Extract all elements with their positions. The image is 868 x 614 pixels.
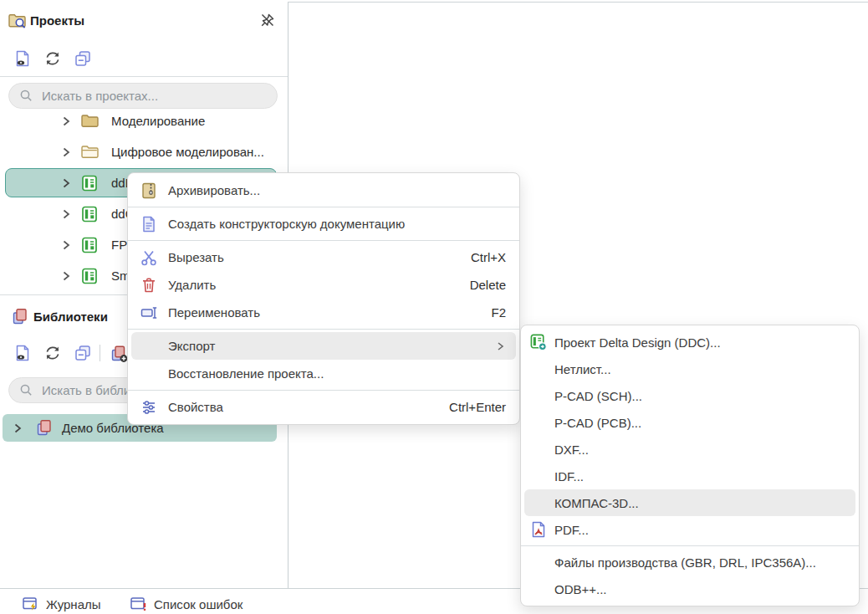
- empty-icon-slot: [529, 494, 548, 512]
- empty-icon-slot: [529, 440, 548, 458]
- document-icon: [140, 215, 158, 233]
- libraries-panel-title: Библиотеки: [33, 310, 108, 324]
- toolbar-separator: [100, 345, 100, 361]
- project-icon: [80, 267, 99, 289]
- menu-item-restore-project[interactable]: Восстановление проекта...: [131, 360, 516, 387]
- menu-separator: [128, 207, 519, 207]
- ddc-project-export-icon: [529, 333, 548, 351]
- menu-item-properties[interactable]: Свойства Ctrl+Enter: [131, 393, 516, 421]
- empty-icon-slot: [529, 553, 548, 571]
- libraries-panel-icon: [10, 306, 30, 326]
- menu-shortcut: Ctrl+Enter: [429, 400, 506, 414]
- menu-separator: [128, 240, 519, 241]
- submenu-item-dxf[interactable]: DXF...: [524, 436, 855, 463]
- application-window: Проекты: [0, 0, 868, 614]
- submenu-item-idf[interactable]: IDF...: [524, 463, 855, 489]
- menu-separator: [128, 390, 519, 391]
- refresh-button[interactable]: [43, 343, 63, 363]
- empty-icon-slot: [140, 365, 158, 383]
- status-journals-button[interactable]: Журналы: [22, 596, 101, 612]
- menu-item-rename[interactable]: Переименовать F2: [131, 299, 516, 326]
- main-area-top-border: [288, 2, 868, 3]
- scissors-icon: [140, 248, 158, 267]
- rename-icon: [140, 304, 158, 322]
- sliders-icon: [140, 398, 158, 417]
- projects-panel-title: Проекты: [30, 13, 84, 28]
- empty-icon-slot: [529, 386, 548, 405]
- submenu-item-odb[interactable]: ODB++...: [524, 576, 855, 602]
- project-icon: [80, 205, 99, 227]
- submenu-item-netlist[interactable]: Нетлист...: [524, 356, 855, 382]
- chevron-right-icon[interactable]: [60, 239, 72, 254]
- menu-shortcut: Ctrl+X: [451, 250, 506, 264]
- library-books-icon: [35, 418, 54, 440]
- refresh-button[interactable]: [43, 49, 63, 69]
- chevron-right-icon[interactable]: [60, 270, 72, 285]
- folder-open-icon: [80, 143, 99, 163]
- menu-item-export[interactable]: Экспорт: [131, 332, 516, 360]
- preview-document-button[interactable]: [13, 343, 33, 363]
- unpin-icon[interactable]: [258, 10, 278, 30]
- context-menu: Архивировать... Создать конструкторскую …: [127, 172, 520, 425]
- chevron-right-icon[interactable]: [60, 177, 72, 192]
- empty-icon-slot: [529, 360, 548, 378]
- chevron-right-icon[interactable]: [60, 146, 72, 161]
- search-icon: [19, 89, 33, 103]
- add-library-button[interactable]: [109, 343, 129, 363]
- menu-item-cut[interactable]: Вырезать Ctrl+X: [131, 243, 516, 271]
- menu-item-create-documentation[interactable]: Создать конструкторскую документацию: [131, 210, 516, 238]
- export-submenu: Проект Delta Design (DDC)... Нетлист... …: [520, 325, 860, 606]
- preview-document-button[interactable]: [13, 49, 33, 69]
- chevron-right-icon[interactable]: [12, 422, 23, 437]
- chevron-right-icon[interactable]: [60, 208, 72, 223]
- tree-item-modeling[interactable]: Моделирование: [0, 106, 287, 136]
- projects-search-input[interactable]: Искать в проектах...: [8, 83, 278, 109]
- empty-icon-slot: [529, 467, 548, 485]
- menu-shortcut: F2: [471, 305, 506, 320]
- status-error-list-label: Список ошибок: [154, 597, 243, 611]
- search-icon: [19, 383, 33, 397]
- empty-icon-slot: [529, 413, 548, 432]
- chevron-right-icon[interactable]: [60, 115, 72, 130]
- collapse-all-button[interactable]: [73, 49, 93, 69]
- trash-icon: [140, 276, 158, 294]
- submenu-item-kompas-3d[interactable]: КОМПАС-3D...: [524, 489, 855, 516]
- empty-icon-slot: [140, 337, 158, 356]
- menu-item-delete[interactable]: Удалить Delete: [131, 271, 516, 299]
- submenu-item-fabrication-files[interactable]: Файлы производства (GBR, DRL, IPC356A)..…: [524, 549, 855, 576]
- menu-shortcut: Delete: [450, 278, 506, 292]
- collapse-all-button[interactable]: [73, 343, 93, 363]
- menu-item-archive[interactable]: Архивировать...: [131, 177, 516, 204]
- status-error-list-button[interactable]: Список ошибок: [130, 596, 243, 612]
- submenu-item-ddc-project[interactable]: Проект Delta Design (DDC)...: [524, 329, 855, 356]
- archive-icon: [140, 182, 158, 200]
- folder-closed-icon: [80, 112, 99, 132]
- empty-icon-slot: [529, 580, 548, 598]
- submenu-arrow-icon: [494, 340, 506, 352]
- error-list-icon: [130, 596, 147, 612]
- submenu-item-pcad-pcb[interactable]: P-CAD (PCB)...: [524, 409, 855, 436]
- menu-separator: [128, 329, 519, 330]
- status-journals-label: Журналы: [46, 597, 101, 611]
- projects-search-placeholder: Искать в проектах...: [42, 89, 158, 103]
- tree-item-digital-modeling[interactable]: Цифровое моделирован...: [0, 137, 287, 167]
- submenu-item-pcad-sch[interactable]: P-CAD (SCH)...: [524, 382, 855, 409]
- project-icon: [80, 236, 99, 258]
- submenu-item-pdf[interactable]: PDF...: [524, 516, 855, 543]
- journals-icon: [22, 596, 39, 612]
- projects-panel-icon: [7, 10, 27, 30]
- project-icon: [80, 174, 99, 196]
- menu-separator: [521, 545, 859, 546]
- pdf-document-icon: [529, 520, 548, 539]
